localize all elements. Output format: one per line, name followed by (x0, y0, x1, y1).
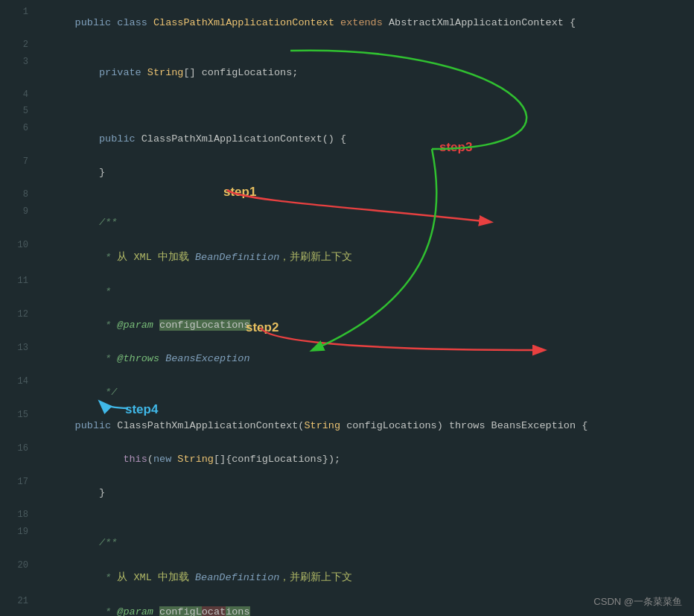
code-line-5: 5 (0, 106, 694, 122)
code-line-14: 14 */ (0, 375, 694, 409)
step3-label: step3 (439, 140, 472, 155)
code-line-1: 1 public class ClassPathXmlApplicationCo… (0, 6, 694, 39)
code-container: 1 public class ClassPathXmlApplicationCo… (0, 0, 694, 616)
code-line-8: 8 (0, 189, 694, 206)
code-line-21: 21 * @param configLocations (0, 595, 694, 616)
code-line-17: 17 } (0, 476, 694, 509)
code-line-6: 6 public ClassPathXmlApplicationContext(… (0, 122, 694, 156)
step2-label: step2 (246, 320, 278, 335)
code-line-11: 11 * (0, 275, 694, 308)
code-line-10: 10 * 从 XML 中加载 BeanDefinition，并刷新上下文 (0, 239, 694, 275)
step4-label: step4 (125, 402, 158, 417)
code-line-2: 2 (0, 39, 694, 56)
code-line-16: 16 this(new String[]{configLocations}); (0, 442, 694, 476)
code-line-20: 20 * 从 XML 中加载 BeanDefinition，并刷新上下文 (0, 559, 694, 595)
code-line-19: 19 /** (0, 526, 694, 559)
code-line-15: 15 public ClassPathXmlApplicationContext… (0, 409, 694, 442)
code-line-4: 4 (0, 89, 694, 106)
watermark: CSDN @一条菜菜鱼 (593, 595, 682, 609)
code-line-9: 9 /** (0, 206, 694, 239)
code-line-13: 13 * @throws BeansException (0, 342, 694, 375)
code-line-12: 12 * @param configLocations (0, 308, 694, 342)
code-line-3: 3 private String[] configLocations; (0, 56, 694, 89)
code-line-7: 7 } (0, 156, 694, 189)
code-line-18: 18 (0, 509, 694, 526)
step1-label: step1 (223, 185, 256, 200)
